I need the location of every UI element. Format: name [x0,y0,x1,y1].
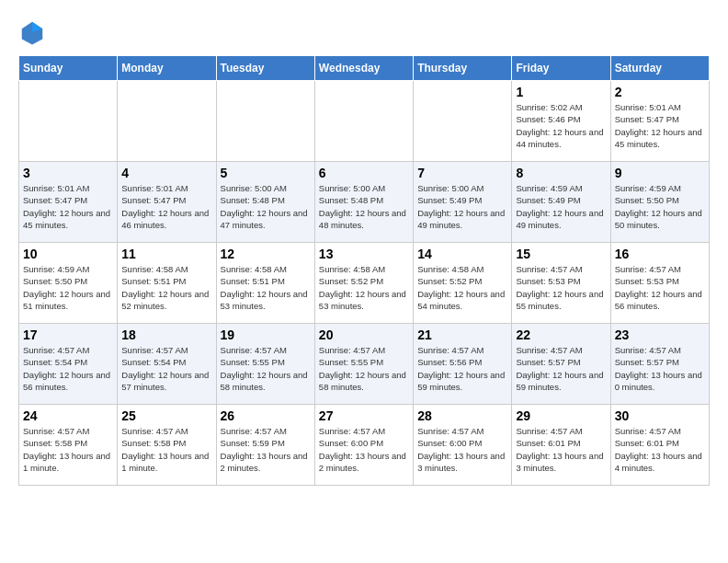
weekday-header-wednesday: Wednesday [314,56,413,81]
day-number: 15 [516,247,606,261]
logo-icon [18,18,46,46]
calendar-cell: 7Sunrise: 5:00 AM Sunset: 5:49 PM Daylig… [414,162,512,243]
day-number: 19 [221,327,311,342]
day-info: Sunrise: 4:57 AM Sunset: 5:58 PM Dayligh… [23,425,113,474]
day-number: 14 [417,247,507,261]
day-info: Sunrise: 4:57 AM Sunset: 5:56 PM Dayligh… [417,344,507,393]
weekday-header-thursday: Thursday [414,56,512,81]
day-info: Sunrise: 5:01 AM Sunset: 5:47 PM Dayligh… [121,182,211,231]
calendar-cell: 19Sunrise: 4:57 AM Sunset: 5:55 PM Dayli… [216,324,314,405]
day-info: Sunrise: 4:57 AM Sunset: 6:01 PM Dayligh… [615,425,705,474]
day-number: 27 [319,408,409,423]
calendar-cell: 25Sunrise: 4:57 AM Sunset: 5:58 PM Dayli… [118,405,216,486]
calendar-cell [414,81,512,162]
day-info: Sunrise: 4:57 AM Sunset: 5:55 PM Dayligh… [319,344,409,393]
calendar-cell: 4Sunrise: 5:01 AM Sunset: 5:47 PM Daylig… [118,162,216,243]
day-info: Sunrise: 4:59 AM Sunset: 5:49 PM Dayligh… [516,182,606,231]
day-number: 9 [615,166,705,180]
calendar-cell: 8Sunrise: 4:59 AM Sunset: 5:49 PM Daylig… [512,162,610,243]
calendar-cell: 2Sunrise: 5:01 AM Sunset: 5:47 PM Daylig… [610,81,709,162]
day-number: 28 [417,408,507,423]
weekday-header-monday: Monday [118,56,216,81]
calendar-cell: 24Sunrise: 4:57 AM Sunset: 5:58 PM Dayli… [19,405,118,486]
day-number: 16 [615,247,705,261]
day-info: Sunrise: 4:58 AM Sunset: 5:52 PM Dayligh… [417,263,507,312]
day-info: Sunrise: 4:59 AM Sunset: 5:50 PM Dayligh… [615,182,705,231]
calendar-cell: 27Sunrise: 4:57 AM Sunset: 6:00 PM Dayli… [314,405,413,486]
day-info: Sunrise: 4:57 AM Sunset: 5:57 PM Dayligh… [615,344,705,393]
day-info: Sunrise: 4:57 AM Sunset: 5:54 PM Dayligh… [23,344,113,393]
calendar-cell: 30Sunrise: 4:57 AM Sunset: 6:01 PM Dayli… [610,405,709,486]
day-info: Sunrise: 4:57 AM Sunset: 5:57 PM Dayligh… [516,344,606,393]
day-info: Sunrise: 5:00 AM Sunset: 5:48 PM Dayligh… [319,182,409,231]
day-number: 12 [221,247,311,261]
day-info: Sunrise: 4:59 AM Sunset: 5:50 PM Dayligh… [23,263,113,312]
calendar-cell: 10Sunrise: 4:59 AM Sunset: 5:50 PM Dayli… [19,243,118,324]
calendar-cell: 28Sunrise: 4:57 AM Sunset: 6:00 PM Dayli… [414,405,512,486]
calendar-cell: 29Sunrise: 4:57 AM Sunset: 6:01 PM Dayli… [512,405,610,486]
calendar-cell: 1Sunrise: 5:02 AM Sunset: 5:46 PM Daylig… [512,81,610,162]
calendar-cell [118,81,216,162]
day-number: 8 [516,166,606,180]
calendar-cell: 15Sunrise: 4:57 AM Sunset: 5:53 PM Dayli… [512,243,610,324]
logo [18,18,50,46]
day-number: 25 [121,408,211,423]
calendar-cell: 11Sunrise: 4:58 AM Sunset: 5:51 PM Dayli… [118,243,216,324]
day-number: 22 [516,327,606,342]
day-number: 24 [23,408,113,423]
calendar-cell [19,81,118,162]
weekday-header-saturday: Saturday [610,56,709,81]
calendar-cell: 12Sunrise: 4:58 AM Sunset: 5:51 PM Dayli… [216,243,314,324]
calendar-cell: 6Sunrise: 5:00 AM Sunset: 5:48 PM Daylig… [314,162,413,243]
day-info: Sunrise: 4:57 AM Sunset: 5:54 PM Dayligh… [121,344,211,393]
day-info: Sunrise: 4:58 AM Sunset: 5:51 PM Dayligh… [221,263,311,312]
day-number: 13 [319,247,409,261]
calendar-cell: 3Sunrise: 5:01 AM Sunset: 5:47 PM Daylig… [19,162,118,243]
day-info: Sunrise: 4:57 AM Sunset: 5:58 PM Dayligh… [121,425,211,474]
day-number: 29 [516,408,606,423]
calendar-cell [314,81,413,162]
day-info: Sunrise: 4:57 AM Sunset: 5:59 PM Dayligh… [221,425,311,474]
calendar-cell: 9Sunrise: 4:59 AM Sunset: 5:50 PM Daylig… [610,162,709,243]
day-info: Sunrise: 5:02 AM Sunset: 5:46 PM Dayligh… [516,101,606,150]
calendar-cell: 20Sunrise: 4:57 AM Sunset: 5:55 PM Dayli… [314,324,413,405]
day-number: 21 [417,327,507,342]
calendar-table: SundayMondayTuesdayWednesdayThursdayFrid… [18,55,710,486]
day-info: Sunrise: 5:00 AM Sunset: 5:48 PM Dayligh… [221,182,311,231]
day-number: 4 [121,166,211,180]
day-number: 6 [319,166,409,180]
day-info: Sunrise: 5:01 AM Sunset: 5:47 PM Dayligh… [615,101,705,150]
day-number: 1 [516,85,606,99]
calendar-cell: 22Sunrise: 4:57 AM Sunset: 5:57 PM Dayli… [512,324,610,405]
day-number: 17 [23,327,113,342]
weekday-header-friday: Friday [512,56,610,81]
weekday-header-tuesday: Tuesday [216,56,314,81]
calendar-cell: 16Sunrise: 4:57 AM Sunset: 5:53 PM Dayli… [610,243,709,324]
day-number: 11 [121,247,211,261]
day-number: 23 [615,327,705,342]
day-info: Sunrise: 5:01 AM Sunset: 5:47 PM Dayligh… [23,182,113,231]
calendar-cell: 18Sunrise: 4:57 AM Sunset: 5:54 PM Dayli… [118,324,216,405]
calendar-cell: 26Sunrise: 4:57 AM Sunset: 5:59 PM Dayli… [216,405,314,486]
day-info: Sunrise: 4:57 AM Sunset: 6:01 PM Dayligh… [516,425,606,474]
calendar-cell [216,81,314,162]
day-info: Sunrise: 4:58 AM Sunset: 5:51 PM Dayligh… [121,263,211,312]
calendar-cell: 13Sunrise: 4:58 AM Sunset: 5:52 PM Dayli… [314,243,413,324]
header [18,18,710,46]
day-number: 5 [221,166,311,180]
calendar-cell: 17Sunrise: 4:57 AM Sunset: 5:54 PM Dayli… [19,324,118,405]
day-info: Sunrise: 4:57 AM Sunset: 5:53 PM Dayligh… [516,263,606,312]
calendar-cell: 14Sunrise: 4:58 AM Sunset: 5:52 PM Dayli… [414,243,512,324]
day-info: Sunrise: 4:57 AM Sunset: 5:53 PM Dayligh… [615,263,705,312]
weekday-header-sunday: Sunday [19,56,118,81]
day-number: 2 [615,85,705,99]
day-number: 30 [615,408,705,423]
day-info: Sunrise: 4:57 AM Sunset: 5:55 PM Dayligh… [221,344,311,393]
day-number: 3 [23,166,113,180]
day-info: Sunrise: 5:00 AM Sunset: 5:49 PM Dayligh… [417,182,507,231]
calendar-cell: 23Sunrise: 4:57 AM Sunset: 5:57 PM Dayli… [610,324,709,405]
day-number: 7 [417,166,507,180]
day-info: Sunrise: 4:57 AM Sunset: 6:00 PM Dayligh… [417,425,507,474]
day-number: 18 [121,327,211,342]
day-number: 26 [221,408,311,423]
